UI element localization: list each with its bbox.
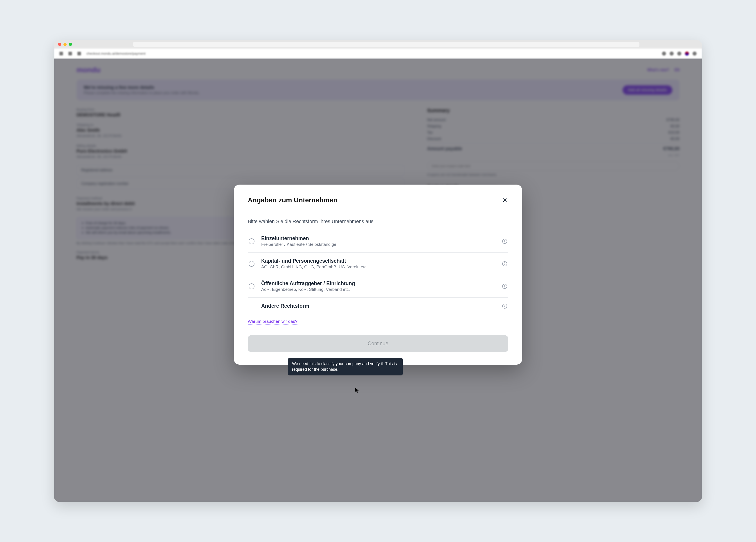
svg-point-10 <box>504 285 505 286</box>
option-title: Öffentliche Auftraggeber / Einrichtung <box>261 281 502 287</box>
option-public-entity[interactable]: Öffentliche Auftraggeber / Einrichtung A… <box>248 275 508 298</box>
legal-form-options: Einzelunternehmen Freiberufler / Kaufleu… <box>248 230 508 315</box>
extension-icon[interactable] <box>662 52 666 56</box>
company-details-modal: Angaben zum Unternehmen Bitte wählen Sie… <box>234 184 522 365</box>
option-subtitle: AG, GbR, GmbH, KG, OHG, PartGmbB, UG, Ve… <box>261 264 502 269</box>
browser-titlebar <box>54 40 702 49</box>
option-subtitle: AöR, Eigenbetrieb, KöR, Stiftung, Verban… <box>261 287 502 292</box>
continue-button[interactable]: Continue <box>248 335 508 352</box>
modal-prompt: Bitte wählen Sie die Rechtsform Ihres Un… <box>248 218 508 224</box>
forward-icon[interactable] <box>68 52 72 55</box>
modal-title: Angaben zum Unternehmen <box>248 196 337 204</box>
radio-icon[interactable] <box>249 261 254 267</box>
svg-point-7 <box>504 262 505 263</box>
info-icon[interactable] <box>502 261 507 266</box>
grid-icon[interactable] <box>677 52 681 56</box>
info-icon[interactable] <box>502 284 507 289</box>
option-title: Kapital- und Personengesellschaft <box>261 258 502 264</box>
option-subtitle: Freiberufler / Kaufleute / Selbstständig… <box>261 242 502 247</box>
reload-icon[interactable] <box>77 52 81 55</box>
close-button[interactable] <box>502 197 508 203</box>
tab-bar <box>133 42 639 47</box>
browser-toolbar: checkout.mondu.ai/demostore/payment <box>54 49 702 58</box>
option-other[interactable]: Andere Rechtsform <box>248 298 508 315</box>
minimize-window-icon[interactable] <box>63 43 67 46</box>
option-title: Einzelunternehmen <box>261 235 502 241</box>
browser-window: checkout.mondu.ai/demostore/payment mond… <box>54 40 702 502</box>
svg-point-4 <box>504 240 505 240</box>
close-icon <box>502 198 507 202</box>
menu-icon[interactable] <box>693 52 697 56</box>
tooltip: We need this to classify your company an… <box>288 358 403 376</box>
option-sole-proprietor[interactable]: Einzelunternehmen Freiberufler / Kaufleu… <box>248 230 508 252</box>
profile-icon[interactable] <box>670 52 674 56</box>
option-title: Andere Rechtsform <box>261 303 502 309</box>
svg-point-13 <box>504 305 505 305</box>
maximize-window-icon[interactable] <box>69 43 72 46</box>
info-icon[interactable] <box>502 238 507 244</box>
why-link[interactable]: Warum brauchen wir das? <box>248 319 297 325</box>
radio-icon[interactable] <box>249 284 254 289</box>
close-window-icon[interactable] <box>58 43 61 46</box>
window-controls[interactable] <box>58 43 72 46</box>
url-text[interactable]: checkout.mondu.ai/demostore/payment <box>86 52 146 55</box>
info-icon[interactable] <box>502 304 507 309</box>
flag-icon[interactable] <box>685 52 689 56</box>
option-corporation[interactable]: Kapital- und Personengesellschaft AG, Gb… <box>248 252 508 275</box>
radio-icon[interactable] <box>249 238 254 244</box>
back-icon[interactable] <box>59 52 63 55</box>
cursor-icon <box>355 388 360 393</box>
